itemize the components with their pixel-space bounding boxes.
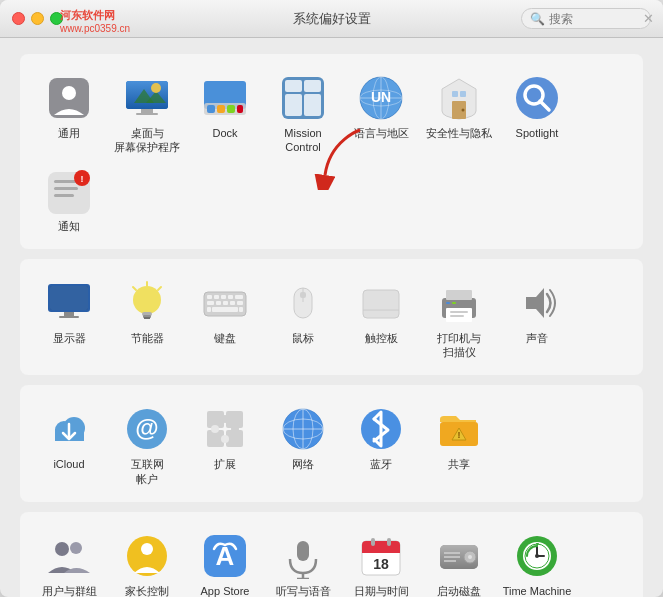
dock-icon <box>201 74 249 122</box>
svg-rect-31 <box>460 91 466 97</box>
icon-extensions[interactable]: 扩展 <box>188 401 262 475</box>
icon-bluetooth[interactable]: 蓝牙 <box>344 401 418 475</box>
icon-internet-accounts[interactable]: @ 互联网帐户 <box>110 401 184 490</box>
svg-rect-55 <box>214 295 219 299</box>
svg-rect-6 <box>136 113 158 115</box>
icon-notification[interactable]: ! 通知 <box>32 163 106 237</box>
icon-sharing[interactable]: ! 共享 <box>422 401 496 475</box>
icon-spotlight[interactable]: Spotlight <box>500 70 574 144</box>
svg-rect-60 <box>216 301 221 305</box>
svg-rect-111 <box>297 541 309 561</box>
svg-rect-64 <box>212 307 238 312</box>
svg-rect-70 <box>363 290 399 318</box>
svg-rect-69 <box>300 292 306 298</box>
svg-point-32 <box>516 77 558 119</box>
svg-text:!: ! <box>81 174 84 184</box>
language-label: 语言与地区 <box>354 126 409 140</box>
icon-general[interactable]: 通用 <box>32 70 106 144</box>
trackpad-label: 触控板 <box>365 331 398 345</box>
icon-sound[interactable]: 声音 <box>500 275 574 349</box>
icon-network[interactable]: 网络 <box>266 401 340 475</box>
minimize-button[interactable] <box>31 12 44 25</box>
icon-language[interactable]: UN 语言与地区 <box>344 70 418 144</box>
icon-security[interactable]: 安全性与隐私 <box>422 70 496 144</box>
desktop-label: 桌面与屏幕保护程序 <box>114 126 180 155</box>
general-label: 通用 <box>58 126 80 140</box>
icon-printer[interactable]: 打印机与扫描仪 <box>422 275 496 364</box>
icon-datetime[interactable]: 18 日期与时间 <box>344 528 418 597</box>
svg-point-92 <box>231 425 239 433</box>
sharing-icon: ! <box>435 405 483 453</box>
svg-rect-62 <box>230 301 235 305</box>
svg-rect-57 <box>228 295 233 299</box>
svg-point-132 <box>535 554 539 558</box>
svg-rect-119 <box>387 538 391 546</box>
maximize-button[interactable] <box>50 12 63 25</box>
svg-rect-19 <box>285 94 302 116</box>
system-icons-grid: 用户与群组 家长控制 <box>32 528 631 597</box>
general-icon <box>45 74 93 122</box>
svg-point-93 <box>221 435 229 443</box>
svg-rect-38 <box>54 194 74 197</box>
svg-point-46 <box>133 286 161 314</box>
svg-rect-56 <box>221 295 226 299</box>
icon-timemachine[interactable]: Time Machine <box>500 528 574 597</box>
users-icon <box>45 532 93 580</box>
svg-point-108 <box>141 543 153 555</box>
svg-point-91 <box>221 415 229 423</box>
sound-icon <box>513 279 561 327</box>
icon-parental[interactable]: 家长控制 <box>110 528 184 597</box>
svg-point-94 <box>211 425 219 433</box>
search-input[interactable] <box>549 12 639 26</box>
icon-display[interactable]: 显示器 <box>32 275 106 349</box>
svg-rect-77 <box>446 302 450 304</box>
close-button[interactable] <box>12 12 25 25</box>
personal-icons-grid: 通用 <box>32 70 631 237</box>
svg-rect-49 <box>144 317 150 319</box>
svg-text:UN: UN <box>371 89 391 105</box>
internet-accounts-label: 互联网帐户 <box>131 457 164 486</box>
dock-label: Dock <box>212 126 237 140</box>
icon-dictation[interactable]: 听写与语音 <box>266 528 340 597</box>
icon-dock[interactable]: Dock <box>188 70 262 144</box>
icon-mission-control[interactable]: MissionControl <box>266 70 340 159</box>
svg-rect-118 <box>371 538 375 546</box>
svg-rect-14 <box>227 105 235 113</box>
icon-startup-disk[interactable]: 启动磁盘 <box>422 528 496 597</box>
search-icon: 🔍 <box>530 12 545 26</box>
timemachine-label: Time Machine <box>503 584 572 597</box>
trackpad-icon <box>357 279 405 327</box>
search-clear-icon[interactable]: ✕ <box>643 11 654 26</box>
window-title: 系统偏好设置 <box>293 10 371 28</box>
svg-rect-59 <box>207 301 214 305</box>
dictation-label: 听写与语音 <box>276 584 331 597</box>
desktop-icon <box>123 74 171 122</box>
sound-label: 声音 <box>526 331 548 345</box>
section-system: 用户与群组 家长控制 <box>20 512 643 597</box>
icloud-icon <box>45 405 93 453</box>
svg-rect-18 <box>304 80 321 92</box>
icon-keyboard[interactable]: 键盘 <box>188 275 262 349</box>
svg-rect-45 <box>59 316 79 318</box>
icon-mouse[interactable]: 鼠标 <box>266 275 340 349</box>
appstore-icon: A <box>201 532 249 580</box>
icon-appstore[interactable]: A App Store <box>188 528 262 597</box>
svg-rect-54 <box>207 295 212 299</box>
icon-users[interactable]: 用户与群组 <box>32 528 106 597</box>
language-icon: UN <box>357 74 405 122</box>
mission-control-icon <box>279 74 327 122</box>
icon-icloud[interactable]: iCloud <box>32 401 106 475</box>
icon-desktop[interactable]: 桌面与屏幕保护程序 <box>110 70 184 159</box>
svg-rect-30 <box>452 91 458 97</box>
svg-rect-12 <box>207 105 215 113</box>
icon-energy[interactable]: 节能器 <box>110 275 184 349</box>
startup-disk-label: 启动磁盘 <box>437 584 481 597</box>
svg-rect-73 <box>446 290 472 300</box>
icon-trackpad[interactable]: 触控板 <box>344 275 418 349</box>
svg-point-29 <box>462 109 465 112</box>
traffic-lights <box>12 12 63 25</box>
svg-rect-58 <box>235 295 243 299</box>
mouse-icon <box>279 279 327 327</box>
search-bar[interactable]: 🔍 ✕ <box>521 8 651 29</box>
svg-rect-75 <box>450 311 468 313</box>
